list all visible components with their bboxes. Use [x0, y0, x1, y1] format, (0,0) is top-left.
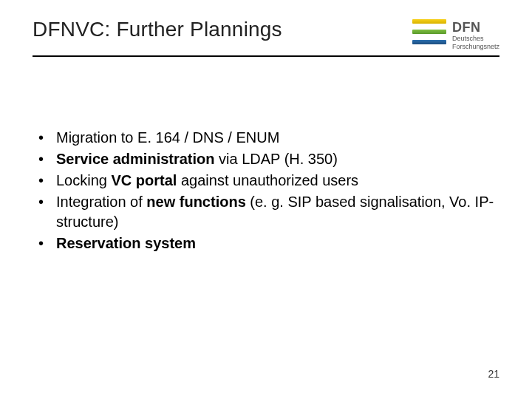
bullet-text-run: new functions [146, 194, 245, 210]
bullet-item: Locking VC portal against unauthorized u… [35, 171, 499, 191]
bullet-text-run: Service administration [56, 151, 215, 167]
slide: DFNVC: Further Plannings DFN Deutsches F… [0, 0, 532, 399]
slide-title: DFNVC: Further Plannings [33, 18, 282, 41]
bullet-list: Migration to E. 164 / DNS / ENUMService … [35, 128, 499, 253]
bullet-item: Integration of new functions (e. g. SIP … [35, 192, 499, 232]
bullet-text-run: Reservation system [56, 235, 196, 251]
dfn-logo-text: DFN Deutsches Forschungsnetz [452, 19, 499, 51]
dfn-logo-subtitle-2: Forschungsnetz [452, 44, 499, 50]
slide-header: DFNVC: Further Plannings DFN Deutsches F… [33, 18, 499, 57]
bullet-text-run: against unauthorized users [177, 172, 358, 188]
bullet-text-run: via LDAP (H. 350) [215, 151, 338, 167]
bullet-text-run: Locking [56, 172, 112, 188]
bullet-item: Migration to E. 164 / DNS / ENUM [35, 128, 499, 148]
bullet-text-run: VC portal [112, 172, 177, 188]
dfn-logo-acronym: DFN [452, 21, 499, 34]
dfn-logo-subtitle-1: Deutsches [452, 35, 499, 42]
bullet-item: Service administration via LDAP (H. 350) [35, 149, 499, 169]
dfn-logo: DFN Deutsches Forschungsnetz [412, 18, 499, 51]
slide-body: Migration to E. 164 / DNS / ENUMService … [33, 128, 499, 253]
dfn-logo-mark-icon [412, 19, 446, 46]
bullet-text-run: Integration of [56, 194, 146, 210]
page-number: 21 [488, 368, 499, 380]
bullet-item: Reservation system [35, 233, 499, 253]
bullet-text-run: Migration to E. 164 / DNS / ENUM [56, 129, 279, 146]
